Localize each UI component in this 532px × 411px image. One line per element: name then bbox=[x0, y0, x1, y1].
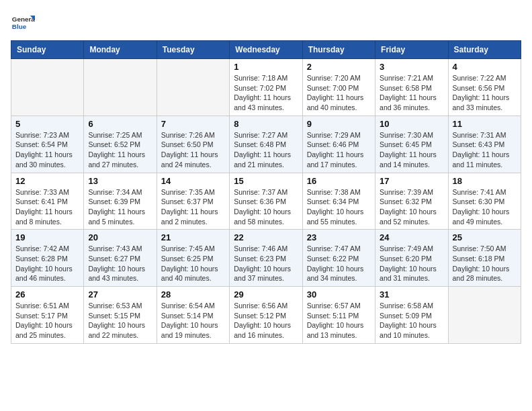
calendar-cell: 22Sunrise: 7:46 AM Sunset: 6:23 PM Dayli… bbox=[230, 230, 302, 287]
calendar-cell: 7Sunrise: 7:26 AM Sunset: 6:50 PM Daylig… bbox=[157, 116, 229, 173]
calendar-week-4: 19Sunrise: 7:42 AM Sunset: 6:28 PM Dayli… bbox=[11, 230, 521, 287]
calendar-cell: 17Sunrise: 7:39 AM Sunset: 6:32 PM Dayli… bbox=[375, 173, 448, 230]
calendar-week-3: 12Sunrise: 7:33 AM Sunset: 6:41 PM Dayli… bbox=[11, 173, 521, 230]
calendar-cell: 9Sunrise: 7:29 AM Sunset: 6:46 PM Daylig… bbox=[302, 116, 375, 173]
calendar-week-5: 26Sunrise: 6:51 AM Sunset: 5:17 PM Dayli… bbox=[11, 287, 521, 344]
day-number: 15 bbox=[234, 176, 298, 186]
day-info: Sunrise: 7:39 AM Sunset: 6:32 PM Dayligh… bbox=[380, 187, 443, 227]
calendar-header-sunday: Sunday bbox=[11, 41, 84, 59]
day-info: Sunrise: 7:35 AM Sunset: 6:37 PM Dayligh… bbox=[161, 187, 225, 227]
calendar-cell bbox=[84, 59, 157, 116]
day-info: Sunrise: 7:23 AM Sunset: 6:54 PM Dayligh… bbox=[15, 130, 79, 170]
day-info: Sunrise: 6:54 AM Sunset: 5:14 PM Dayligh… bbox=[161, 301, 225, 340]
calendar-cell: 18Sunrise: 7:41 AM Sunset: 6:30 PM Dayli… bbox=[448, 173, 521, 230]
calendar-cell: 16Sunrise: 7:38 AM Sunset: 6:34 PM Dayli… bbox=[302, 173, 375, 230]
day-number: 6 bbox=[88, 119, 152, 129]
day-info: Sunrise: 7:29 AM Sunset: 6:46 PM Dayligh… bbox=[307, 130, 371, 170]
calendar-cell: 20Sunrise: 7:43 AM Sunset: 6:27 PM Dayli… bbox=[84, 230, 157, 287]
calendar-header-thursday: Thursday bbox=[302, 41, 375, 59]
calendar-cell: 10Sunrise: 7:30 AM Sunset: 6:45 PM Dayli… bbox=[375, 116, 448, 173]
day-info: Sunrise: 6:51 AM Sunset: 5:17 PM Dayligh… bbox=[15, 301, 79, 340]
day-info: Sunrise: 6:53 AM Sunset: 5:15 PM Dayligh… bbox=[88, 301, 152, 340]
calendar-cell: 27Sunrise: 6:53 AM Sunset: 5:15 PM Dayli… bbox=[84, 287, 157, 344]
day-number: 20 bbox=[88, 232, 152, 242]
day-number: 5 bbox=[15, 119, 79, 129]
calendar-cell: 15Sunrise: 7:37 AM Sunset: 6:36 PM Dayli… bbox=[230, 173, 302, 230]
calendar-header-row: SundayMondayTuesdayWednesdayThursdayFrid… bbox=[11, 41, 521, 59]
day-info: Sunrise: 7:45 AM Sunset: 6:25 PM Dayligh… bbox=[161, 244, 225, 283]
calendar-cell: 11Sunrise: 7:31 AM Sunset: 6:43 PM Dayli… bbox=[448, 116, 521, 173]
day-number: 24 bbox=[380, 232, 443, 242]
calendar-header-tuesday: Tuesday bbox=[157, 41, 229, 59]
calendar-cell: 1Sunrise: 7:18 AM Sunset: 7:02 PM Daylig… bbox=[230, 59, 302, 116]
svg-text:Blue: Blue bbox=[12, 23, 27, 30]
day-number: 13 bbox=[88, 176, 152, 186]
day-info: Sunrise: 7:22 AM Sunset: 6:56 PM Dayligh… bbox=[453, 73, 517, 113]
calendar-cell: 23Sunrise: 7:47 AM Sunset: 6:22 PM Dayli… bbox=[302, 230, 375, 287]
day-info: Sunrise: 7:26 AM Sunset: 6:50 PM Dayligh… bbox=[161, 130, 225, 170]
calendar-header-wednesday: Wednesday bbox=[230, 41, 302, 59]
calendar-cell bbox=[11, 59, 84, 116]
calendar-cell: 5Sunrise: 7:23 AM Sunset: 6:54 PM Daylig… bbox=[11, 116, 84, 173]
day-info: Sunrise: 7:34 AM Sunset: 6:39 PM Dayligh… bbox=[88, 187, 152, 227]
day-info: Sunrise: 7:30 AM Sunset: 6:45 PM Dayligh… bbox=[380, 130, 443, 170]
calendar-cell: 6Sunrise: 7:25 AM Sunset: 6:52 PM Daylig… bbox=[84, 116, 157, 173]
day-info: Sunrise: 7:49 AM Sunset: 6:20 PM Dayligh… bbox=[380, 244, 443, 283]
day-info: Sunrise: 7:46 AM Sunset: 6:23 PM Dayligh… bbox=[234, 244, 298, 283]
day-number: 12 bbox=[15, 176, 79, 186]
calendar-cell: 29Sunrise: 6:56 AM Sunset: 5:12 PM Dayli… bbox=[230, 287, 302, 344]
logo: General Blue bbox=[11, 11, 38, 35]
calendar-table: SundayMondayTuesdayWednesdayThursdayFrid… bbox=[11, 40, 521, 344]
day-info: Sunrise: 7:18 AM Sunset: 7:02 PM Dayligh… bbox=[234, 73, 298, 113]
day-number: 7 bbox=[161, 119, 225, 129]
day-number: 8 bbox=[234, 119, 298, 129]
day-info: Sunrise: 7:31 AM Sunset: 6:43 PM Dayligh… bbox=[453, 130, 517, 170]
day-number: 11 bbox=[453, 119, 517, 129]
day-number: 9 bbox=[307, 119, 371, 129]
calendar-cell bbox=[157, 59, 229, 116]
calendar-week-1: 1Sunrise: 7:18 AM Sunset: 7:02 PM Daylig… bbox=[11, 59, 521, 116]
day-info: Sunrise: 7:21 AM Sunset: 6:58 PM Dayligh… bbox=[380, 73, 443, 113]
calendar-cell: 19Sunrise: 7:42 AM Sunset: 6:28 PM Dayli… bbox=[11, 230, 84, 287]
day-info: Sunrise: 7:42 AM Sunset: 6:28 PM Dayligh… bbox=[15, 244, 79, 283]
calendar-cell: 2Sunrise: 7:20 AM Sunset: 7:00 PM Daylig… bbox=[302, 59, 375, 116]
calendar-cell bbox=[448, 287, 521, 344]
day-info: Sunrise: 7:47 AM Sunset: 6:22 PM Dayligh… bbox=[307, 244, 371, 283]
calendar-cell: 13Sunrise: 7:34 AM Sunset: 6:39 PM Dayli… bbox=[84, 173, 157, 230]
day-number: 3 bbox=[380, 62, 443, 72]
calendar-cell: 24Sunrise: 7:49 AM Sunset: 6:20 PM Dayli… bbox=[375, 230, 448, 287]
day-info: Sunrise: 7:33 AM Sunset: 6:41 PM Dayligh… bbox=[15, 187, 79, 227]
day-number: 1 bbox=[234, 62, 298, 72]
day-info: Sunrise: 7:41 AM Sunset: 6:30 PM Dayligh… bbox=[453, 187, 517, 227]
calendar-cell: 30Sunrise: 6:57 AM Sunset: 5:11 PM Dayli… bbox=[302, 287, 375, 344]
day-info: Sunrise: 7:37 AM Sunset: 6:36 PM Dayligh… bbox=[234, 187, 298, 227]
day-number: 25 bbox=[453, 232, 517, 242]
day-number: 4 bbox=[453, 62, 517, 72]
calendar-week-2: 5Sunrise: 7:23 AM Sunset: 6:54 PM Daylig… bbox=[11, 116, 521, 173]
calendar-cell: 14Sunrise: 7:35 AM Sunset: 6:37 PM Dayli… bbox=[157, 173, 229, 230]
day-number: 29 bbox=[234, 289, 298, 300]
day-number: 19 bbox=[15, 232, 79, 242]
day-info: Sunrise: 7:27 AM Sunset: 6:48 PM Dayligh… bbox=[234, 130, 298, 170]
calendar-cell: 26Sunrise: 6:51 AM Sunset: 5:17 PM Dayli… bbox=[11, 287, 84, 344]
page-header: General Blue bbox=[11, 11, 521, 35]
day-number: 18 bbox=[453, 176, 517, 186]
day-number: 17 bbox=[380, 176, 443, 186]
day-number: 23 bbox=[307, 232, 371, 242]
calendar-cell: 25Sunrise: 7:50 AM Sunset: 6:18 PM Dayli… bbox=[448, 230, 521, 287]
calendar-cell: 21Sunrise: 7:45 AM Sunset: 6:25 PM Dayli… bbox=[157, 230, 229, 287]
day-number: 27 bbox=[88, 289, 152, 300]
day-number: 10 bbox=[380, 119, 443, 129]
calendar-header-monday: Monday bbox=[84, 41, 157, 59]
logo-icon: General Blue bbox=[11, 11, 35, 35]
day-info: Sunrise: 7:43 AM Sunset: 6:27 PM Dayligh… bbox=[88, 244, 152, 283]
day-info: Sunrise: 6:58 AM Sunset: 5:09 PM Dayligh… bbox=[380, 301, 443, 340]
day-info: Sunrise: 6:56 AM Sunset: 5:12 PM Dayligh… bbox=[234, 301, 298, 340]
day-number: 16 bbox=[307, 176, 371, 186]
calendar-cell: 31Sunrise: 6:58 AM Sunset: 5:09 PM Dayli… bbox=[375, 287, 448, 344]
day-number: 14 bbox=[161, 176, 225, 186]
calendar-cell: 3Sunrise: 7:21 AM Sunset: 6:58 PM Daylig… bbox=[375, 59, 448, 116]
day-info: Sunrise: 7:20 AM Sunset: 7:00 PM Dayligh… bbox=[307, 73, 371, 113]
day-number: 30 bbox=[307, 289, 371, 300]
day-info: Sunrise: 7:50 AM Sunset: 6:18 PM Dayligh… bbox=[453, 244, 517, 283]
